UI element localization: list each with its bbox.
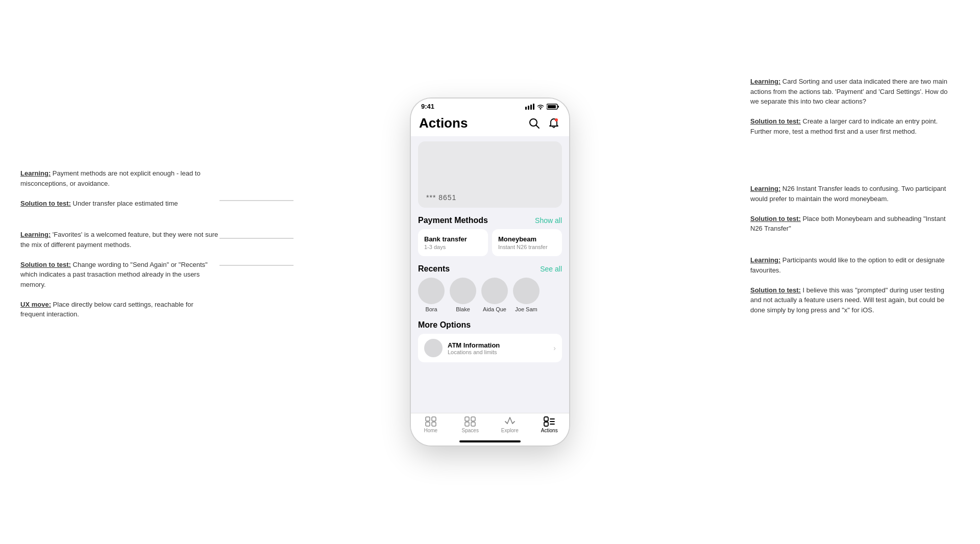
more-options-section: More Options ATM Information Locations a… bbox=[418, 320, 562, 362]
ann-right3-label: Learning: bbox=[750, 256, 780, 264]
svg-rect-23 bbox=[471, 417, 475, 421]
left-annotation-2: Learning: 'Favorites' is a welcomed feat… bbox=[20, 230, 219, 319]
bank-card[interactable]: *** 8651 bbox=[418, 141, 562, 208]
recents-title: Recents bbox=[418, 264, 450, 274]
svg-rect-8 bbox=[530, 105, 532, 110]
ann-right2sol-label: Solution to test: bbox=[750, 215, 801, 222]
atm-option-text: ATM Information Locations and limits bbox=[448, 341, 548, 355]
ann-left2-label: Learning: bbox=[20, 231, 51, 238]
spaces-tab-icon bbox=[464, 416, 476, 427]
payment-card-1[interactable]: Moneybeam Instant N26 transfer bbox=[492, 229, 562, 256]
right-annotation-3: Learning: Participants would like to the… bbox=[750, 255, 949, 315]
search-icon bbox=[529, 118, 540, 129]
payment-card-0-sub: 1-3 days bbox=[424, 244, 482, 250]
ann-left2sol-label: Solution to test: bbox=[20, 261, 71, 268]
recent-item-1[interactable]: Blake bbox=[450, 278, 476, 312]
recent-name-2: Aida Que bbox=[483, 306, 506, 312]
signal-icon bbox=[525, 104, 534, 110]
recent-item-0[interactable]: Bora bbox=[418, 278, 445, 312]
atm-chevron-icon: › bbox=[553, 344, 556, 352]
ann-right1sol-label: Solution to test: bbox=[750, 117, 801, 125]
svg-rect-17 bbox=[426, 417, 430, 421]
ann-right2-label: Learning: bbox=[750, 185, 780, 192]
tab-spaces[interactable]: Spaces bbox=[451, 416, 491, 433]
home-bar bbox=[459, 440, 521, 442]
see-all-button[interactable]: See all bbox=[540, 265, 562, 273]
explore-tab-icon bbox=[504, 416, 516, 427]
home-tab-icon bbox=[425, 416, 436, 427]
right-annotation-2: Learning: N26 Instant Transfer leads to … bbox=[750, 184, 949, 234]
tab-explore-label: Explore bbox=[501, 428, 519, 433]
battery-icon bbox=[547, 104, 559, 110]
atm-option-title: ATM Information bbox=[448, 341, 548, 349]
payment-methods-header: Payment Methods Show all bbox=[418, 216, 562, 225]
ann-right1-label: Learning: bbox=[750, 78, 780, 85]
svg-rect-9 bbox=[533, 104, 534, 110]
payment-card-1-title: Moneybeam bbox=[498, 235, 556, 243]
svg-rect-25 bbox=[544, 417, 548, 421]
recent-item-2[interactable]: Aida Que bbox=[481, 278, 508, 312]
right-annotation-1: Learning: Card Sorting and user data ind… bbox=[750, 77, 949, 136]
svg-rect-26 bbox=[544, 422, 548, 426]
svg-line-15 bbox=[536, 125, 540, 128]
notification-button[interactable] bbox=[547, 116, 561, 131]
recent-avatar-1 bbox=[450, 278, 476, 304]
ann-left2-text: 'Favorites' is a welcomed feature, but t… bbox=[20, 231, 218, 249]
svg-rect-21 bbox=[465, 417, 469, 421]
header-icons bbox=[527, 116, 561, 131]
ann-left1sol-label: Solution to test: bbox=[20, 200, 71, 207]
recents-list: Bora Blake Aida Que Joe Sam bbox=[418, 278, 562, 312]
notification-icon bbox=[548, 118, 559, 129]
payment-cards-list: Bank transfer 1-3 days Moneybeam Instant… bbox=[418, 229, 562, 256]
atm-option-row[interactable]: ATM Information Locations and limits › bbox=[418, 334, 562, 362]
status-bar: 9:41 bbox=[411, 98, 569, 112]
tab-explore[interactable]: Explore bbox=[490, 416, 530, 433]
svg-rect-22 bbox=[465, 422, 469, 426]
screen-content[interactable]: *** 8651 Payment Methods Show all Bank t… bbox=[411, 136, 569, 413]
phone-mockup: 9:41 bbox=[411, 98, 569, 446]
card-section: *** 8651 bbox=[418, 141, 562, 208]
actions-tab-icon bbox=[544, 416, 555, 427]
recents-section: Recents See all Bora Blake Aida Que bbox=[418, 264, 562, 312]
ann-left1sol-text: Under transfer place estimated time bbox=[71, 200, 178, 207]
recent-avatar-2 bbox=[481, 278, 508, 304]
status-icons bbox=[525, 104, 559, 110]
recent-name-3: Joe Sam bbox=[515, 306, 537, 312]
tab-home-label: Home bbox=[424, 428, 437, 433]
card-number: *** 8651 bbox=[426, 193, 456, 202]
tab-actions-label: Actions bbox=[541, 428, 558, 433]
svg-rect-6 bbox=[525, 107, 527, 110]
recent-avatar-3 bbox=[513, 278, 540, 304]
show-all-button[interactable]: Show all bbox=[535, 216, 562, 225]
search-button[interactable] bbox=[527, 116, 542, 131]
recent-name-1: Blake bbox=[456, 306, 470, 312]
tab-actions[interactable]: Actions bbox=[530, 416, 570, 433]
recent-item-3[interactable]: Joe Sam bbox=[513, 278, 540, 312]
svg-rect-19 bbox=[432, 417, 436, 421]
app-title: Actions bbox=[419, 115, 468, 131]
more-options-title: More Options bbox=[418, 320, 471, 330]
svg-rect-18 bbox=[426, 422, 430, 426]
status-time: 9:41 bbox=[421, 103, 434, 110]
atm-option-icon bbox=[424, 339, 443, 357]
payment-card-0-title: Bank transfer bbox=[424, 235, 482, 243]
app-header: Actions bbox=[411, 112, 569, 136]
svg-point-10 bbox=[540, 108, 542, 109]
wifi-icon bbox=[536, 104, 545, 110]
svg-rect-24 bbox=[471, 422, 475, 426]
tab-spaces-label: Spaces bbox=[462, 428, 479, 433]
ann-left2ux-label: UX move: bbox=[20, 301, 51, 308]
tab-home[interactable]: Home bbox=[411, 416, 451, 433]
svg-point-16 bbox=[555, 118, 558, 121]
home-indicator bbox=[411, 438, 569, 446]
phone-screen: 9:41 bbox=[411, 98, 569, 446]
svg-rect-20 bbox=[432, 422, 436, 426]
recent-avatar-0 bbox=[418, 278, 445, 304]
svg-rect-7 bbox=[528, 106, 529, 110]
payment-methods-title: Payment Methods bbox=[418, 216, 488, 225]
recent-name-0: Bora bbox=[425, 306, 437, 312]
ann-right3sol-label: Solution to test: bbox=[750, 286, 801, 294]
payment-methods-section: Payment Methods Show all Bank transfer 1… bbox=[418, 216, 562, 256]
payment-card-0[interactable]: Bank transfer 1-3 days bbox=[418, 229, 488, 256]
left-annotation-1: Learning: Payment methods are not explic… bbox=[20, 168, 214, 208]
